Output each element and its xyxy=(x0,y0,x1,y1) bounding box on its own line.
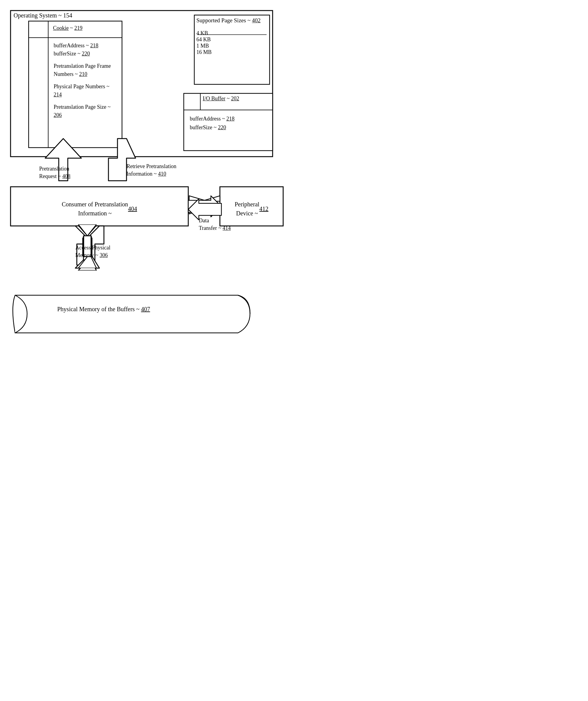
io-buffer-body: bufferAddress ~ 218 bufferSize ~ 220 xyxy=(186,112,238,134)
access-memory-label: Access PhysicalMemory ~ 306 xyxy=(75,244,110,259)
physical-memory-label: Physical Memory of the Buffers ~ 407 xyxy=(57,306,150,313)
cookie-body: bufferAddress ~ 218 bufferSize ~ 220 Pre… xyxy=(51,39,120,122)
pretranslation-request-label: PretranslationRequest ~ 408 xyxy=(39,165,70,180)
io-buffer-header: I/O Buffer ~ 202 xyxy=(203,95,269,102)
data-transfer-label: DataTransfer ~ 414 xyxy=(199,217,231,232)
page-sizes-box: Supported Page Sizes ~ 402 4 KB 64 KB 1 … xyxy=(197,17,267,55)
retrieve-info-label: Retrieve PretranslationInformation ~ 410 xyxy=(126,163,176,178)
consumer-label: Consumer of PretranslationInformation ~ … xyxy=(12,192,187,225)
os-title: Operating System ~ 154 xyxy=(14,12,72,19)
cookie-title: Cookie ~ 219 xyxy=(51,23,85,33)
